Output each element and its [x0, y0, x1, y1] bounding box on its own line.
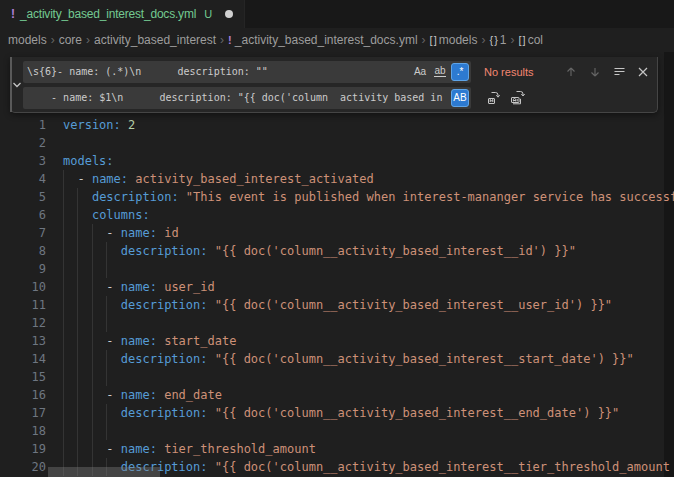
breadcrumb-separator-icon: ›	[481, 33, 485, 47]
code-token: "This event is published when interest-m…	[186, 190, 674, 204]
code-line[interactable]: 3models:	[0, 152, 674, 170]
breadcrumb: models›core›activity_based_interest›!_ac…	[0, 28, 674, 52]
find-in-selection-icon[interactable]	[609, 62, 629, 82]
code-area[interactable]: 1version: 223models:4 - name: activity_b…	[0, 52, 674, 476]
code-token	[179, 190, 186, 204]
find-input[interactable]: \s{6}- name: (.*)\n description: "" Aa a…	[23, 61, 471, 83]
breadcrumb-item[interactable]: !_activity_based_interest_docs.yml	[228, 33, 417, 47]
find-widget-resize-sash[interactable]	[10, 57, 12, 112]
line-number: 4	[0, 170, 46, 188]
tab-active-file[interactable]: ! _activity_based_interest_docs.yml U	[0, 0, 245, 28]
indent-guide	[77, 422, 78, 440]
code-line[interactable]: 12	[0, 314, 674, 332]
code-text: version: 2	[63, 116, 135, 134]
line-number: 16	[0, 386, 46, 404]
next-match-button[interactable]	[585, 62, 605, 82]
code-text: - name: user_id	[63, 278, 215, 296]
indent-guide	[106, 260, 107, 278]
code-line[interactable]: 4 - name: activity_based_interest_activa…	[0, 170, 674, 188]
indent-guide	[106, 422, 107, 440]
editor-pane[interactable]: 1version: 223models:4 - name: activity_b…	[0, 52, 674, 477]
breadcrumb-separator-icon: ›	[511, 33, 515, 47]
line-number: 11	[0, 296, 46, 314]
code-line[interactable]: 16 - name: end_date	[0, 386, 674, 404]
code-token: name:	[121, 226, 157, 240]
line-number: 12	[0, 314, 46, 332]
code-line[interactable]: 2	[0, 134, 674, 152]
breadcrumb-item[interactable]: activity_based_interest	[94, 33, 216, 47]
symbol-object-icon: { }	[489, 34, 496, 46]
tab-bar: ! _activity_based_interest_docs.yml U	[0, 0, 674, 28]
breadcrumb-label: activity_based_interest	[94, 33, 216, 47]
code-line[interactable]: 8 description: "{{ doc('column__activity…	[0, 242, 674, 260]
indent-guide	[106, 368, 107, 386]
code-line[interactable]: 5 description: "This event is published …	[0, 188, 674, 206]
symbol-array-icon: [ ]	[519, 34, 525, 46]
indent-guide	[106, 314, 107, 332]
code-line[interactable]: 13 - name: start_date	[0, 332, 674, 350]
find-replace-widget: \s{6}- name: (.*)\n description: "" Aa a…	[10, 57, 658, 113]
whole-word-toggle[interactable]: ab	[431, 63, 449, 81]
breadcrumb-label: models	[439, 33, 478, 47]
code-line[interactable]: 11 description: "{{ doc('column__activit…	[0, 296, 674, 314]
tab-title: _activity_based_interest_docs.yml	[20, 7, 196, 21]
code-token: -	[63, 388, 121, 402]
previous-match-button[interactable]	[561, 62, 581, 82]
breadcrumb-item[interactable]: { }1	[489, 33, 506, 47]
code-line[interactable]: 15	[0, 368, 674, 386]
code-token: "{{ doc('column__activity_based_interest…	[215, 298, 612, 312]
code-token	[208, 352, 215, 366]
breadcrumb-item[interactable]: [ ]models	[430, 33, 478, 47]
horizontal-scrollbar-thumb[interactable]	[48, 467, 160, 477]
breadcrumb-separator-icon: ›	[86, 33, 90, 47]
preserve-case-toggle[interactable]: AB	[451, 89, 469, 107]
line-number: 2	[0, 134, 46, 152]
replace-all-button[interactable]	[508, 88, 528, 108]
toggle-replace-chevron-icon[interactable]	[11, 57, 23, 112]
line-number: 18	[0, 422, 46, 440]
breadcrumb-item[interactable]: core	[59, 33, 82, 47]
line-number: 17	[0, 404, 46, 422]
code-line[interactable]: 17 description: "{{ doc('column__activit…	[0, 404, 674, 422]
code-token: description:	[121, 244, 208, 258]
indent-guide	[92, 422, 93, 440]
git-status-badge: U	[204, 8, 212, 20]
code-token	[63, 352, 121, 366]
code-line[interactable]: 1version: 2	[0, 116, 674, 134]
code-line[interactable]: 14 description: "{{ doc('column__activit…	[0, 350, 674, 368]
dirty-indicator-dot[interactable]	[225, 10, 233, 18]
breadcrumb-separator-icon: ›	[51, 33, 55, 47]
code-text: - name: start_date	[63, 332, 236, 350]
breadcrumb-separator-icon: ›	[220, 33, 224, 47]
replace-value-text: - name: $1\n description: "{{ doc('colum…	[27, 92, 451, 103]
code-token	[63, 298, 121, 312]
code-token: name:	[121, 388, 157, 402]
code-line[interactable]: 10 - name: user_id	[0, 278, 674, 296]
replace-input[interactable]: - name: $1\n description: "{{ doc('colum…	[23, 87, 471, 109]
code-token	[121, 118, 128, 132]
match-case-toggle[interactable]: Aa	[411, 63, 429, 81]
code-line[interactable]: 6 columns:	[0, 206, 674, 224]
breadcrumb-item[interactable]: models	[8, 33, 47, 47]
replace-button[interactable]	[484, 88, 504, 108]
close-find-widget-icon[interactable]	[633, 62, 653, 82]
line-number: 9	[0, 260, 46, 278]
code-line[interactable]: 9	[0, 260, 674, 278]
code-token	[63, 190, 92, 204]
code-token: start_date	[164, 334, 236, 348]
indent-guide	[63, 422, 64, 440]
breadcrumb-item[interactable]: [ ]col	[519, 33, 544, 47]
regex-toggle[interactable]: .*	[451, 63, 469, 81]
line-number: 14	[0, 350, 46, 368]
code-token	[208, 244, 215, 258]
code-line[interactable]: 18	[0, 422, 674, 440]
code-text: description: "This event is published wh…	[63, 188, 674, 206]
code-line[interactable]: 19 - name: tier_threshold_amount	[0, 440, 674, 458]
breadcrumb-label: 1	[500, 33, 507, 47]
indent-guide	[92, 368, 93, 386]
line-number: 20	[0, 458, 46, 476]
indent-guide	[63, 260, 64, 278]
code-line[interactable]: 7 - name: id	[0, 224, 674, 242]
indent-guide	[63, 368, 64, 386]
yaml-file-icon: !	[11, 7, 15, 21]
